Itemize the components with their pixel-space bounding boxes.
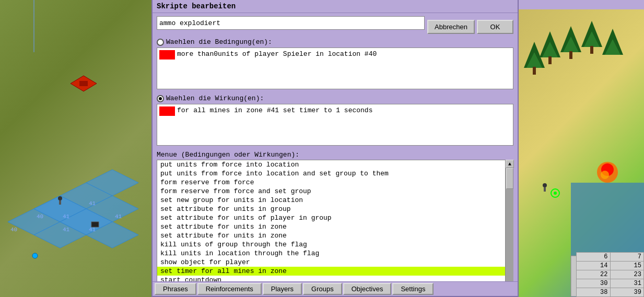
score-row: 6 7 xyxy=(577,253,644,262)
svg-text:40: 40 xyxy=(10,227,17,233)
dialog-title: Skripte bearbeiten xyxy=(157,2,236,10)
conditions-box: more than0units of player Spieler in loc… xyxy=(157,47,513,89)
svg-text:41: 41 xyxy=(63,227,70,233)
effects-label-row: Waehlen die Wirkung(en): xyxy=(157,94,513,102)
menu-item[interactable]: put units from force into location and s… xyxy=(157,169,513,178)
svg-text:41: 41 xyxy=(89,227,96,233)
svg-rect-43 xyxy=(544,187,546,192)
script-editor-dialog: Skripte bearbeiten Abbrechen OK Waehlen … xyxy=(151,0,519,297)
menu-item[interactable]: set attribute for units in zone xyxy=(157,222,513,231)
score-cell: 7 xyxy=(610,253,644,262)
script-title-input[interactable] xyxy=(157,16,425,30)
effect-text: for all mines in zone #41 set timer to 1… xyxy=(177,106,372,114)
menu-item[interactable]: set timer for all mines in zone xyxy=(157,267,513,276)
tab-phrases[interactable]: Phrases xyxy=(155,283,196,295)
menu-item[interactable]: set attribute for units of player in gro… xyxy=(157,213,513,222)
menu-scrollbar[interactable]: ▲ ▼ xyxy=(505,160,513,290)
menu-list-container: put units from force into locationput un… xyxy=(157,160,513,290)
svg-point-12 xyxy=(58,196,62,200)
menu-item[interactable]: set attribute for units in group xyxy=(157,205,513,213)
svg-rect-11 xyxy=(79,81,88,86)
score-cell: 23 xyxy=(610,270,644,279)
conditions-label-row: Waehlen die Bedingung(en): xyxy=(157,38,513,46)
score-cell: 14 xyxy=(577,262,611,270)
svg-text:41: 41 xyxy=(63,213,70,220)
score-table: 6 7 14 15 22 23 30 31 38 39 xyxy=(576,252,644,297)
cancel-button[interactable]: Abbrechen xyxy=(427,20,475,34)
conditions-radio[interactable] xyxy=(157,39,164,46)
scrollbar-thumb[interactable] xyxy=(506,168,513,189)
svg-point-22 xyxy=(32,253,38,258)
game-right-panel: 6 7 14 15 22 23 30 31 38 39 xyxy=(519,0,644,297)
menu-item[interactable]: show object for player xyxy=(157,258,513,267)
tab-settings[interactable]: Settings xyxy=(392,283,434,295)
svg-point-42 xyxy=(543,183,547,187)
menu-item[interactable]: form reserve from force and set group xyxy=(157,187,513,196)
svg-rect-21 xyxy=(91,222,99,227)
svg-rect-26 xyxy=(533,67,536,75)
score-row: 30 31 xyxy=(577,279,644,288)
dialog-buttons: Abbrechen OK xyxy=(427,20,513,34)
menu-item[interactable]: kill units of group through the flag xyxy=(157,240,513,249)
score-cell: 39 xyxy=(610,288,644,297)
menu-list-wrapper: put units from force into locationput un… xyxy=(157,160,513,290)
ok-button[interactable]: OK xyxy=(477,20,513,34)
score-cell: 6 xyxy=(577,253,611,262)
svg-rect-32 xyxy=(569,51,572,59)
score-cell: 30 xyxy=(577,279,611,288)
score-cell: 31 xyxy=(610,279,644,288)
tab-bar: Phrases Reinforcements Players Groups Ob… xyxy=(153,281,518,296)
game-left-panel: 41 41 41 41 41 40 40 xyxy=(0,0,151,297)
tab-players[interactable]: Players xyxy=(263,283,302,295)
score-cell: 22 xyxy=(577,270,611,279)
svg-rect-29 xyxy=(548,56,552,64)
svg-text:41: 41 xyxy=(115,213,122,220)
svg-point-45 xyxy=(554,192,557,195)
menu-item[interactable]: kill units in location through the flag xyxy=(157,249,513,258)
score-row: 22 23 xyxy=(577,270,644,279)
condition-text: more than0units of player Spieler in loc… xyxy=(177,50,377,58)
score-row: 38 39 xyxy=(577,288,644,297)
menu-list[interactable]: put units from force into locationput un… xyxy=(157,160,513,290)
effects-box: for all mines in zone #41 set timer to 1… xyxy=(157,104,513,146)
svg-point-41 xyxy=(601,171,609,179)
tab-objectives[interactable]: Objectives xyxy=(343,283,392,295)
svg-rect-13 xyxy=(59,200,61,205)
score-cell: 38 xyxy=(577,288,611,297)
dialog-body: Abbrechen OK Waehlen die Bedingung(en): … xyxy=(153,13,518,293)
score-cell: 15 xyxy=(610,262,644,270)
score-row: 14 15 xyxy=(577,262,644,270)
svg-rect-35 xyxy=(590,46,593,54)
svg-text:41: 41 xyxy=(89,200,96,207)
tab-groups[interactable]: Groups xyxy=(303,283,342,295)
menu-item[interactable]: put units from force into location xyxy=(157,160,513,169)
dialog-titlebar: Skripte bearbeiten xyxy=(153,0,518,13)
effect-tag xyxy=(159,106,175,116)
menu-label-text: Menue (Bedingungen oder Wirkungen): xyxy=(157,151,299,159)
menu-item[interactable]: set new group for units in location xyxy=(157,196,513,205)
conditions-label: Waehlen die Bedingung(en): xyxy=(166,38,272,46)
scroll-up-arrow[interactable]: ▲ xyxy=(506,160,514,168)
menu-section-label: Menue (Bedingungen oder Wirkungen): xyxy=(157,151,513,159)
tab-reinforcements[interactable]: Reinforcements xyxy=(197,283,262,295)
condition-row: more than0units of player Spieler in loc… xyxy=(157,48,513,62)
effects-radio[interactable] xyxy=(157,95,164,102)
svg-text:40: 40 xyxy=(37,213,43,220)
menu-item[interactable]: form reserve from force xyxy=(157,178,513,187)
scrollbar-track xyxy=(506,168,513,282)
effect-row: for all mines in zone #41 set timer to 1… xyxy=(157,104,513,118)
effects-label: Waehlen die Wirkung(en): xyxy=(166,94,264,102)
menu-item[interactable]: set attribute for units in zone xyxy=(157,231,513,240)
condition-tag xyxy=(159,50,175,60)
